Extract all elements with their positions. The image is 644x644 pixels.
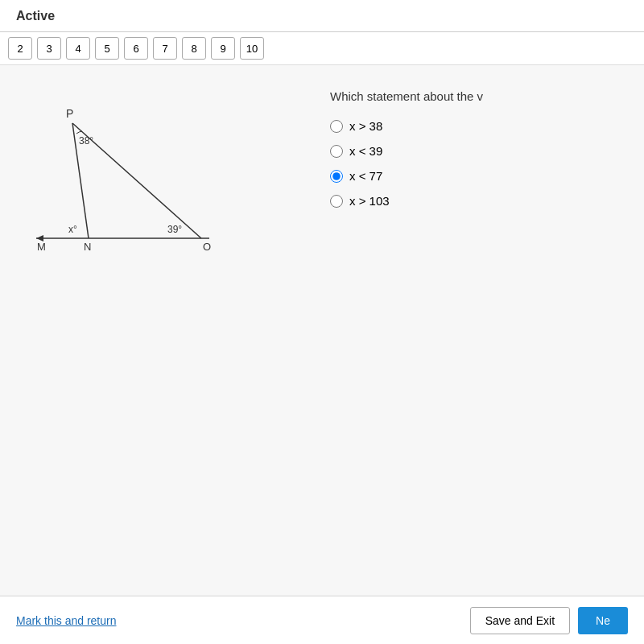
angle-o-label: 39° (167, 224, 182, 235)
n-label: N (84, 241, 91, 253)
option-item-2[interactable]: x < 39 (330, 144, 612, 158)
save-exit-button[interactable]: Save and Exit (470, 607, 570, 634)
question-nav-btn-8[interactable]: 8 (182, 37, 206, 60)
question-nav-btn-9[interactable]: 9 (211, 37, 235, 60)
option-label-2[interactable]: x < 39 (349, 144, 382, 158)
m-label: M (37, 241, 46, 253)
geometry-diagram: P M N O 38° 39° x° (24, 89, 250, 299)
question-nav-btn-4[interactable]: 4 (66, 37, 90, 60)
options-container: x > 38x < 39x < 77x > 103 (330, 119, 612, 208)
radio-3[interactable] (330, 170, 343, 183)
radio-2[interactable] (330, 145, 343, 158)
question-nav-btn-7[interactable]: 7 (153, 37, 177, 60)
radio-1[interactable] (330, 120, 343, 133)
question-nav-btn-2[interactable]: 2 (8, 37, 32, 60)
option-item-3[interactable]: x < 77 (330, 169, 612, 183)
o-label: O (203, 241, 211, 253)
angle-p-label: 38° (79, 135, 93, 147)
question-section: Which statement about the v x > 38x < 39… (314, 81, 628, 579)
question-nav-btn-5[interactable]: 5 (95, 37, 119, 60)
option-label-3[interactable]: x < 77 (349, 169, 382, 183)
option-item-1[interactable]: x > 38 (330, 119, 612, 133)
header: Active (0, 0, 644, 32)
mark-return-link[interactable]: Mark this and return (16, 614, 117, 627)
option-item-4[interactable]: x > 103 (330, 194, 612, 208)
radio-4[interactable] (330, 195, 343, 208)
p-label: P (66, 107, 73, 120)
diagram-section: P M N O 38° 39° x° (16, 81, 314, 579)
angle-x-label: x° (68, 224, 77, 235)
header-active-label: Active (16, 9, 55, 23)
option-label-1[interactable]: x > 38 (349, 119, 382, 133)
question-nav-btn-3[interactable]: 3 (37, 37, 61, 60)
question-nav: 2345678910 (0, 32, 644, 65)
footer-buttons: Save and Exit Ne (470, 607, 628, 634)
question-nav-btn-10[interactable]: 10 (240, 37, 264, 60)
next-button[interactable]: Ne (578, 607, 628, 634)
main-content: P M N O 38° 39° x° Which statement about… (0, 65, 644, 595)
question-text: Which statement about the v (330, 89, 612, 103)
footer: Mark this and return Save and Exit Ne (0, 596, 644, 644)
option-label-4[interactable]: x > 103 (349, 194, 390, 208)
question-nav-btn-6[interactable]: 6 (124, 37, 148, 60)
